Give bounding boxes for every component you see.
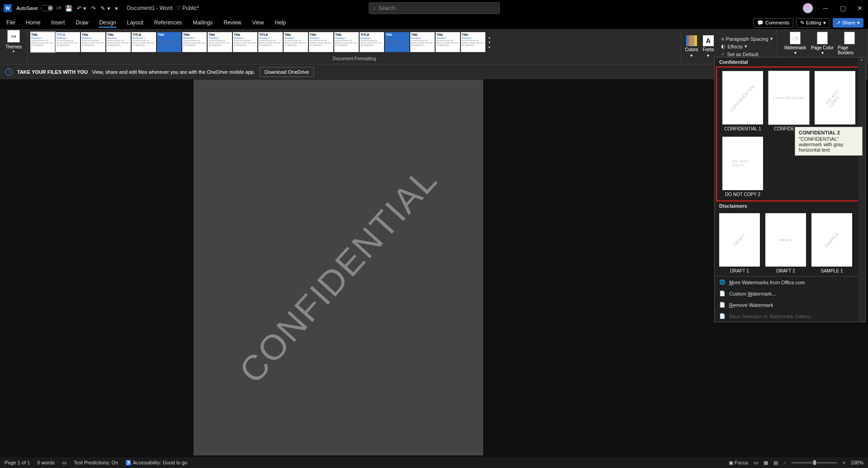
style-set-thumb[interactable]: TitleHeading 1On the Insert tab, the gal… bbox=[30, 32, 55, 52]
maximize-button[interactable]: ▢ bbox=[838, 5, 847, 12]
watermark-icon bbox=[790, 32, 801, 44]
style-set-thumb[interactable]: TitleHeading 1On the Insert tab, the gal… bbox=[81, 32, 105, 52]
status-page[interactable]: Page 1 of 1 bbox=[5, 460, 30, 465]
view-web-icon[interactable]: ▤ bbox=[773, 460, 778, 466]
tab-draw[interactable]: Draw bbox=[76, 18, 88, 28]
fonts-button[interactable]: A Fonts▾ bbox=[702, 35, 714, 58]
tab-mailings[interactable]: Mailings bbox=[193, 18, 213, 28]
remove-icon: 📄 bbox=[719, 302, 726, 308]
autosave-toggle[interactable]: AutoSave Off bbox=[16, 5, 62, 11]
status-spellcheck-icon[interactable]: ▭ bbox=[62, 460, 66, 466]
tab-help[interactable]: Help bbox=[275, 18, 286, 28]
comments-button[interactable]: 💬 Comments bbox=[753, 18, 793, 28]
document-page[interactable]: CONFIDENTIAL bbox=[194, 80, 483, 455]
zoom-in-button[interactable]: + bbox=[842, 460, 845, 465]
tab-view[interactable]: View bbox=[252, 18, 264, 28]
set-as-default-button[interactable]: ✓ Set as Default bbox=[721, 51, 773, 57]
style-set-thumb[interactable]: TitleHeading 1On the Insert tab, the gal… bbox=[106, 32, 131, 52]
watermark-gallery-item[interactable]: DRAFTDRAFT 2 bbox=[765, 213, 806, 273]
page-color-button[interactable]: Page Color ▾ bbox=[811, 32, 834, 55]
share-button[interactable]: ↗ Share ▾ bbox=[833, 18, 863, 28]
save-icon[interactable]: 💾 bbox=[65, 5, 72, 12]
quick-access-toolbar: 💾 ↶ ▾ ↷ ✎ ▾ ▾ bbox=[65, 5, 118, 12]
style-set-thumb[interactable]: TitleHeading 1On the Insert tab, the gal… bbox=[309, 32, 333, 52]
style-set-thumb[interactable]: TITLEHeading 1On the Insert tab, the gal… bbox=[56, 32, 80, 52]
minimize-button[interactable]: ─ bbox=[821, 5, 830, 12]
search-input[interactable]: ⌕ Search bbox=[369, 2, 500, 14]
style-set-thumb[interactable]: TITLEHEADING 1On the Insert tab, the gal… bbox=[132, 32, 156, 52]
zoom-slider[interactable] bbox=[792, 462, 837, 463]
zoom-level[interactable]: 100% bbox=[851, 460, 863, 465]
style-set-thumb[interactable]: TitleHeading 1On the Insert tab, the gal… bbox=[410, 32, 435, 52]
remove-watermark-item[interactable]: 📄 Remove Watermark bbox=[715, 299, 865, 310]
tab-design[interactable]: Design bbox=[99, 18, 116, 28]
style-set-gallery[interactable]: TitleHeading 1On the Insert tab, the gal… bbox=[30, 30, 678, 54]
tab-review[interactable]: Review bbox=[223, 18, 241, 28]
style-set-thumb[interactable]: TitleHeading 1On the Insert tab, the gal… bbox=[461, 32, 485, 52]
style-set-thumb[interactable]: TitleHeading 1On the Insert tab, the gal… bbox=[436, 32, 460, 52]
undo-icon[interactable]: ↶ ▾ bbox=[77, 5, 87, 12]
watermark-gallery-item[interactable]: DRAFTDRAFT 1 bbox=[719, 213, 760, 273]
view-print-icon[interactable]: ▦ bbox=[764, 460, 768, 466]
word-app-icon: W bbox=[4, 4, 12, 12]
watermark-button[interactable]: Watermark▾ bbox=[783, 32, 807, 55]
search-placeholder: Search bbox=[379, 5, 396, 11]
editing-mode-button[interactable]: ✎ Editing ▾ bbox=[796, 18, 830, 28]
style-set-thumb[interactable]: TITLEHeading 1On the Insert tab, the gal… bbox=[258, 32, 283, 52]
colors-button[interactable]: Colors▾ bbox=[685, 35, 698, 58]
zoom-out-button[interactable]: − bbox=[783, 460, 786, 465]
watermark-gallery-item[interactable]: CONFIDENTIALCONFIDENTIAL 1 bbox=[722, 71, 763, 131]
save-selection-item: 📄 Save Selection to Watermark Gallery... bbox=[715, 310, 865, 322]
more-watermarks-item[interactable]: 🌐 More Watermarks from Office.com › bbox=[715, 277, 865, 288]
title-bar: W AutoSave Off 💾 ↶ ▾ ↷ ✎ ▾ ▾ Document1 -… bbox=[0, 0, 868, 16]
view-read-icon[interactable]: ▭ bbox=[754, 460, 758, 466]
tab-references[interactable]: References bbox=[154, 18, 182, 28]
page-borders-icon bbox=[844, 32, 855, 44]
watermark-scrollbar[interactable]: ▴ bbox=[858, 57, 865, 322]
download-onedrive-button[interactable]: Download OneDrive bbox=[260, 67, 314, 77]
watermark-section-disclaimers: Disclaimers bbox=[715, 201, 865, 210]
info-icon: i bbox=[5, 68, 13, 76]
page-borders-button[interactable]: Page Borders bbox=[838, 32, 861, 55]
user-avatar[interactable] bbox=[803, 3, 813, 13]
globe-icon: 🌐 bbox=[719, 279, 726, 285]
themes-button[interactable]: Aa Themes ▾ bbox=[3, 30, 24, 53]
style-set-thumb[interactable]: TITLEHeading 1On the Insert tab, the gal… bbox=[360, 32, 384, 52]
redo-icon[interactable]: ↷ bbox=[91, 5, 96, 12]
watermark-applied: CONFIDENTIAL bbox=[231, 159, 446, 391]
accessibility-icon[interactable]: ♿ Accessibility: Good to go bbox=[125, 460, 187, 466]
scroll-up-icon[interactable]: ▴ bbox=[858, 57, 865, 64]
paragraph-spacing-button[interactable]: ≡ Paragraph Spacing ▾ bbox=[721, 36, 773, 42]
style-set-thumb[interactable]: TitleHeading 1On the Insert tab, the gal… bbox=[284, 32, 308, 52]
tab-file[interactable]: File bbox=[6, 18, 15, 28]
watermark-gallery-item[interactable]: DO NOT COPY bbox=[815, 71, 855, 131]
style-set-thumb[interactable]: TitleHeading 1On the Insert tab, the gal… bbox=[233, 32, 257, 52]
status-predictions[interactable]: Text Predictions: On bbox=[74, 460, 118, 465]
search-icon: ⌕ bbox=[373, 5, 376, 11]
status-bar: Page 1 of 1 0 words ▭ Text Predictions: … bbox=[0, 457, 868, 468]
page-color-icon bbox=[817, 32, 828, 44]
style-set-thumb[interactable]: TitleHeading 1On the Insert tab, the gal… bbox=[334, 32, 359, 52]
close-button[interactable]: ✕ bbox=[855, 5, 864, 12]
watermark-gallery-item[interactable]: SAMPLESAMPLE 1 bbox=[811, 213, 852, 273]
tab-insert[interactable]: Insert bbox=[51, 18, 65, 28]
qat-dropdown-icon[interactable]: ▾ bbox=[115, 5, 118, 12]
style-set-thumb[interactable]: TitleHeading 1On the Insert tab, the gal… bbox=[208, 32, 232, 52]
effects-button[interactable]: ◐ Effects ▾ bbox=[721, 43, 773, 49]
style-set-thumb[interactable]: TitleHeading 1On the Insert tab, the gal… bbox=[157, 32, 181, 52]
status-words[interactable]: 0 words bbox=[37, 460, 55, 465]
autosave-state: Off bbox=[56, 6, 62, 10]
style-set-more-button[interactable]: ▴▾▾ bbox=[486, 32, 493, 52]
focus-mode-button[interactable]: ▣ Focus bbox=[729, 460, 748, 466]
tab-layout[interactable]: Layout bbox=[127, 18, 143, 28]
infobar-message: View, share and edit files wherever you … bbox=[92, 69, 255, 75]
watermark-tooltip: CONFIDENTIAL 2 "CONFIDENTIAL" watermark … bbox=[795, 127, 863, 156]
quick-edit-icon[interactable]: ✎ ▾ bbox=[100, 5, 110, 12]
autosave-switch-icon[interactable] bbox=[41, 5, 53, 11]
watermark-gallery-item[interactable]: DO NOT COPYDO NOT COPY 2 bbox=[722, 137, 763, 197]
style-set-thumb[interactable]: TitleHeading 1On the Insert tab, the gal… bbox=[385, 32, 409, 52]
watermark-gallery-item[interactable]: CONFIDENTIALCONFIDENT... bbox=[768, 71, 809, 131]
custom-watermark-item[interactable]: 📄 Custom Watermark... bbox=[715, 288, 865, 299]
tab-home[interactable]: Home bbox=[26, 18, 40, 28]
style-set-thumb[interactable]: TitleHEADING 1On the Insert tab, the gal… bbox=[182, 32, 207, 52]
